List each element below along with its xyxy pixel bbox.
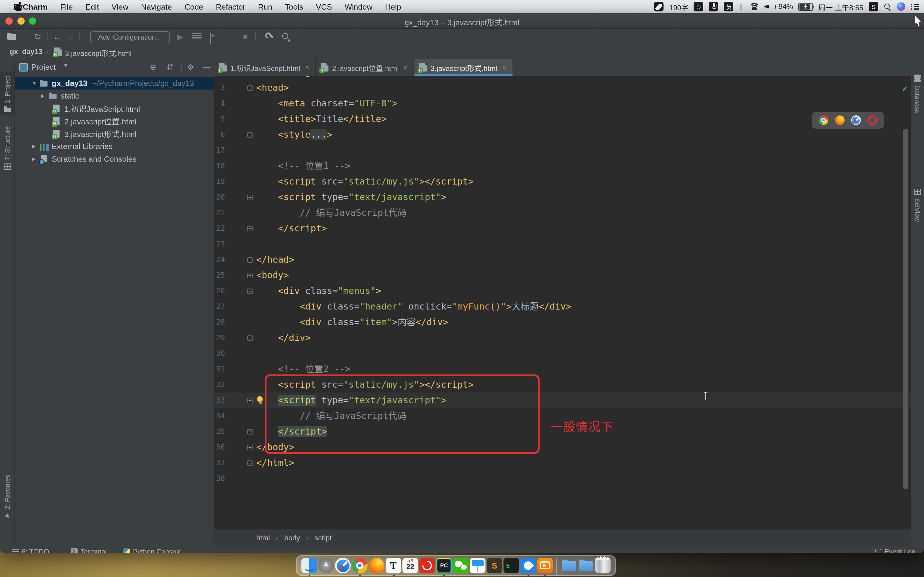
safari-browser-icon[interactable]	[851, 115, 861, 125]
event-log-button[interactable]: Event Log	[875, 547, 916, 553]
chrome-browser-icon[interactable]	[819, 115, 829, 125]
crumb-script[interactable]: script	[314, 533, 331, 542]
code-line-2[interactable]: 2<html lang="en">	[214, 76, 911, 80]
code-editor[interactable]: 2<html lang="en">3−<head>4 <meta charset…	[214, 76, 911, 529]
dock-wechat-icon[interactable]	[453, 558, 468, 574]
fold-collapse-icon[interactable]: −	[247, 429, 253, 434]
run-with-coverage-icon[interactable]	[210, 32, 211, 44]
code-line-26[interactable]: 26− <div class="menus">	[214, 283, 911, 299]
tree-collapsed-arrow[interactable]: ▶	[32, 156, 40, 162]
fold-collapse-icon[interactable]: −	[247, 335, 253, 340]
python-console-button[interactable]: Python Console	[123, 547, 182, 553]
inspections-ok-icon[interactable]: ✔	[902, 85, 908, 93]
gear-icon[interactable]: ⚙	[187, 63, 194, 71]
tree-row-1[interactable]: ▼gx_day13~/PycharmProjects/gx_day13	[15, 77, 230, 90]
code-line-20[interactable]: 20− <script type="text/javascript">	[214, 189, 911, 205]
code-line-21[interactable]: 21 // 编写JavaScript代码	[214, 205, 911, 221]
code-line-18[interactable]: 18 <!-- 位置1 -->	[214, 158, 911, 174]
code-line-5[interactable]: 5 <title>Title</title>	[214, 111, 911, 127]
dock-finder-icon[interactable]	[301, 558, 317, 574]
ime-lang-badge[interactable]: 英	[724, 2, 733, 11]
tab-close-icon[interactable]: ×	[305, 63, 309, 71]
menu-item-run[interactable]: Run	[258, 2, 273, 11]
fold-collapse-icon[interactable]: −	[247, 445, 253, 450]
editor-scrollbar[interactable]	[903, 129, 908, 489]
fold-collapse-icon[interactable]: −	[247, 226, 253, 231]
code-line-25[interactable]: 25−<body>	[214, 268, 911, 283]
clock-text[interactable]: 周一 上午8:55	[818, 2, 863, 12]
dock-sublime-icon[interactable]: S	[487, 558, 502, 574]
code-line-30[interactable]: 30	[214, 346, 911, 361]
editor-tab-1[interactable]: 1.初识JavaScript.html×	[214, 59, 316, 76]
dock-chrome-icon[interactable]	[352, 558, 368, 574]
forward-icon[interactable]: →	[66, 32, 74, 42]
code-line-38[interactable]: 38	[214, 471, 911, 486]
tree-expanded-arrow[interactable]: ▼	[32, 81, 40, 86]
menu-item-tools[interactable]: Tools	[285, 2, 304, 11]
crumb-html[interactable]: html	[256, 533, 270, 542]
dock-tencent-video-icon[interactable]	[537, 558, 553, 574]
tab-close-icon[interactable]: ×	[404, 63, 408, 71]
tree-collapsed-arrow[interactable]: ▶	[41, 93, 49, 98]
breadcrumb-project[interactable]: gx_day13	[10, 47, 42, 56]
project-panel-header[interactable]: Project ▼ ⊕ ⇵ ⚙ —	[15, 60, 213, 74]
dock-firefox-icon[interactable]	[369, 558, 384, 574]
code-line-22[interactable]: 22− </script>	[214, 221, 911, 236]
menu-item-refactor[interactable]: Refactor	[216, 2, 246, 11]
dock-terminal-icon[interactable]: $	[504, 558, 519, 574]
tree-row-2[interactable]: ▶static	[15, 90, 239, 102]
tree-row-6[interactable]: ▶External Libraries	[15, 140, 230, 153]
menu-item-help[interactable]: Help	[385, 2, 401, 11]
wifi-icon[interactable]	[749, 3, 759, 10]
sync-refresh-icon[interactable]: ↻	[34, 32, 41, 42]
dock-folder-1-icon[interactable]	[561, 558, 577, 574]
menu-item-edit[interactable]: Edit	[86, 2, 99, 11]
code-line-4[interactable]: 4 <meta charset="UTF-8">	[214, 95, 911, 111]
editor-tab-3[interactable]: 3.javascript形式.html×	[415, 59, 513, 76]
menu-item-window[interactable]: Window	[345, 2, 373, 11]
editor-tab-2[interactable]: 2.javascript位置.html×	[316, 59, 414, 76]
opera-browser-icon[interactable]	[867, 115, 877, 125]
tree-row-7[interactable]: ▶Scratches and Consoles	[15, 153, 230, 165]
stripe-database-button[interactable]: Database	[910, 74, 924, 114]
dock-keynote-icon[interactable]	[470, 558, 485, 574]
stop-icon[interactable]: ■	[243, 32, 247, 42]
terminal-button[interactable]: Terminal	[71, 547, 107, 553]
menu-item-file[interactable]: File	[60, 2, 73, 11]
smiley-ime-icon[interactable]: ☺	[694, 2, 704, 11]
code-line-3[interactable]: 3−<head>	[214, 80, 911, 95]
menu-item-vcs[interactable]: VCS	[316, 2, 332, 11]
code-line-28[interactable]: 28 <div class="item">内容</div>	[214, 314, 911, 330]
menu-item-navigate[interactable]: Navigate	[141, 2, 172, 11]
fold-expand-icon[interactable]: +	[247, 132, 253, 137]
todo-button[interactable]: 6: TODO	[12, 547, 49, 553]
dock-folder-2-icon[interactable]	[578, 558, 594, 574]
chevron-down-icon[interactable]: ▼	[63, 63, 69, 69]
dock-netease-music-icon[interactable]	[419, 558, 435, 574]
stripe-favorites-button[interactable]: 2: Favorites ★	[0, 475, 15, 520]
fold-collapse-icon[interactable]: −	[247, 398, 253, 403]
tree-collapsed-arrow[interactable]: ▶	[32, 143, 40, 149]
window-title-bar[interactable]: gx_day13 – 3.javascript形式.html	[0, 13, 924, 29]
code-line-23[interactable]: 23	[214, 236, 911, 252]
dock-pycharm-icon[interactable]: PC	[436, 558, 452, 574]
code-line-19[interactable]: 19 <script src="static/my.js"></script>	[214, 174, 911, 189]
menu-item-pycharm[interactable]: PyCharm	[13, 2, 47, 11]
dock-trash-icon[interactable]	[595, 558, 611, 574]
dock-dingtalk-icon[interactable]	[520, 558, 536, 574]
sogou-ime-icon[interactable]: S	[869, 2, 878, 11]
fold-collapse-icon[interactable]: −	[247, 288, 253, 293]
battery-icon[interactable]	[799, 3, 813, 11]
fold-collapse-icon[interactable]: −	[247, 257, 253, 262]
fold-collapse-icon[interactable]: −	[247, 460, 253, 466]
volume-icon[interactable]	[764, 3, 773, 10]
notification-center-icon[interactable]	[911, 3, 919, 10]
tab-close-icon[interactable]: ×	[502, 63, 506, 71]
code-line-24[interactable]: 24−</head>	[214, 252, 911, 268]
code-line-6[interactable]: 6+ <style...>	[214, 127, 911, 142]
quill-app-icon[interactable]	[654, 2, 664, 11]
locate-file-icon[interactable]: ⊕	[150, 63, 157, 71]
stripe-project-button[interactable]: 1: Project	[0, 72, 15, 116]
bluetooth-icon[interactable]: ᛒ	[739, 2, 744, 11]
stripe-structure-button[interactable]: 7: Structure	[0, 126, 15, 170]
